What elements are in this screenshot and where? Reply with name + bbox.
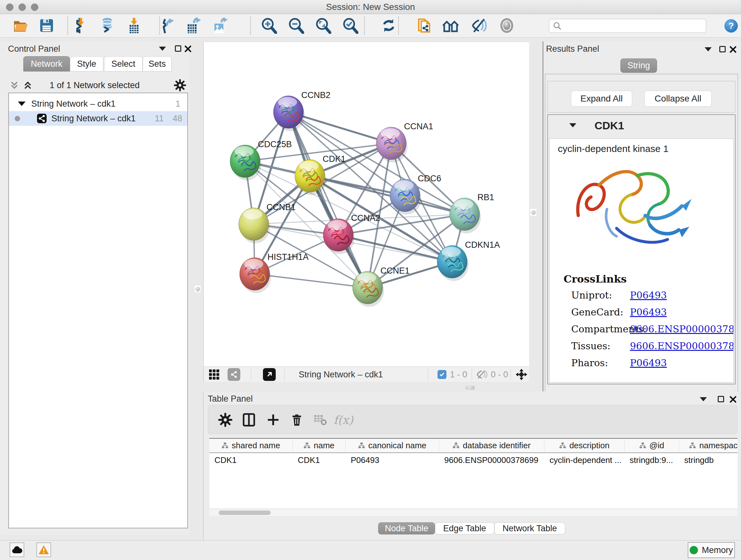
crosshair-move-icon[interactable] [515, 368, 528, 381]
tab-style[interactable]: Style [70, 56, 104, 71]
search-field[interactable] [549, 19, 706, 33]
table-gear-icon[interactable] [217, 412, 233, 428]
scrollbar-thumb[interactable] [219, 510, 271, 515]
network-node-RB1[interactable]: RB1 [450, 192, 494, 233]
delete-column-trash-icon[interactable] [288, 412, 305, 428]
birds-eye-view-icon[interactable] [263, 368, 276, 381]
column-header-namespace[interactable]: namespace [679, 439, 738, 452]
crosslink-link[interactable]: P06493 [630, 357, 667, 368]
column-header--id[interactable]: @id [624, 439, 679, 452]
panel-float-icon[interactable] [175, 45, 181, 52]
network-edge-CCNA2-CDKN1A[interactable] [338, 235, 452, 262]
network-options-gear-icon[interactable] [174, 79, 186, 91]
hidden-eye-slash-icon[interactable] [476, 370, 487, 379]
panel-menu-icon[interactable] [159, 47, 166, 51]
panel-close-icon[interactable] [730, 396, 737, 403]
column-header-database-identifier[interactable]: database identifier [439, 439, 544, 452]
crosslink-link[interactable]: 9606.ENSP00000378699 [630, 323, 734, 334]
toolbar-separator [284, 369, 285, 380]
function-builder-icon[interactable]: f(x) [335, 412, 352, 428]
home-icon[interactable] [442, 17, 459, 35]
tab-node-table[interactable]: Node Table [378, 522, 435, 535]
zoom-fit-icon[interactable] [315, 17, 332, 35]
table-row[interactable]: CDK1CDK1P064939606.ENSP00000378699cyclin… [209, 453, 738, 468]
table-horizontal-scrollbar[interactable] [209, 509, 738, 516]
table-cell[interactable]: CDK1 [209, 453, 293, 468]
tab-string[interactable]: String [620, 58, 657, 73]
table-cell[interactable]: stringdb [679, 453, 738, 468]
right-splitter-handle[interactable] [530, 208, 537, 216]
title-bar: Session: New Session [0, 0, 741, 14]
selected-checkbox-icon[interactable] [437, 370, 447, 379]
left-splitter-handle[interactable] [194, 285, 201, 293]
grid-view-icon[interactable] [208, 368, 220, 381]
save-session-icon[interactable] [38, 17, 55, 35]
search-input[interactable] [564, 21, 702, 31]
table-cell[interactable]: P06493 [346, 453, 439, 468]
cloud-icon[interactable] [10, 543, 24, 557]
node-label-RB1: RB1 [477, 192, 494, 202]
memory-button[interactable]: Memory [688, 542, 735, 558]
string-network-badge-icon[interactable] [227, 368, 240, 381]
crosslink-link[interactable]: P06493 [630, 290, 667, 301]
tab-sets[interactable]: Sets [143, 56, 172, 71]
tab-select[interactable]: Select [104, 56, 143, 71]
table-cell[interactable]: CDK1 [293, 453, 346, 468]
table-cell[interactable]: cyclin-dependent ... [544, 453, 624, 468]
panel-float-icon[interactable] [719, 46, 726, 52]
panel-menu-icon[interactable] [700, 397, 707, 401]
panel-close-icon[interactable] [185, 45, 192, 52]
crosslink-label: Uniprot: [571, 290, 612, 301]
network-row[interactable]: String Network – cdk1 11 48 [9, 111, 187, 126]
panel-float-icon[interactable] [718, 396, 724, 402]
open-session-icon[interactable] [13, 17, 29, 35]
collapse-all-button[interactable]: Collapse All [644, 91, 712, 107]
column-header-shared-name[interactable]: shared name [209, 439, 293, 452]
tree-expander-icon[interactable] [18, 102, 25, 106]
export-image-icon[interactable] [212, 17, 229, 35]
delete-table-icon[interactable] [312, 412, 329, 428]
crosslink-label: Tissues: [571, 340, 610, 352]
column-header-name[interactable]: name [293, 439, 346, 452]
import-network-database-icon[interactable] [99, 17, 116, 35]
export-table-icon[interactable] [186, 17, 202, 35]
node-label-CCNB1: CCNB1 [266, 202, 296, 212]
network-collection-row[interactable]: String Network – cdk1 1 [9, 97, 187, 111]
panel-close-icon[interactable] [730, 46, 737, 53]
tab-network[interactable]: Network [23, 56, 70, 71]
sphere-view-icon[interactable] [498, 17, 515, 35]
help-icon[interactable]: ? [724, 19, 738, 33]
table-cell[interactable]: 9606.ENSP00000378699 [439, 453, 544, 468]
tab-network-table[interactable]: Network Table [494, 522, 565, 535]
node-table: shared namenamecanonical namedatabase id… [209, 439, 738, 508]
horizontal-splitter-handle[interactable] [465, 386, 475, 390]
warning-icon[interactable] [37, 543, 51, 557]
network-node-CDC6[interactable]: CDC6 [390, 174, 441, 214]
splitter-dot-icon [195, 287, 200, 292]
network-edge-HIST1H1A-CCNE1[interactable] [255, 274, 367, 288]
crosslink-link[interactable]: 9606.ENSP00000378699 [630, 340, 734, 352]
zoom-out-icon[interactable] [288, 17, 305, 35]
import-table-file-icon[interactable] [126, 17, 142, 35]
protein-collapse-icon[interactable] [569, 123, 576, 127]
show-columns-icon[interactable] [241, 412, 257, 428]
column-header-canonical-name[interactable]: canonical name [346, 439, 439, 452]
toolbar-separator [250, 17, 251, 35]
clone-network-icon[interactable] [416, 17, 433, 35]
import-network-file-icon[interactable] [72, 17, 89, 35]
expand-all-button[interactable]: Expand All [571, 91, 632, 107]
create-column-icon[interactable] [265, 412, 281, 428]
network-node-CDKN1A[interactable]: CDKN1A [437, 240, 500, 281]
export-network-icon[interactable] [160, 17, 177, 35]
refresh-icon[interactable] [381, 17, 397, 35]
network-node-HIST1H1A[interactable]: HIST1H1A [240, 252, 309, 293]
show-hide-panel-icon[interactable] [471, 17, 487, 35]
zoom-in-icon[interactable] [261, 17, 277, 35]
column-header-description[interactable]: description [544, 439, 624, 452]
panel-menu-icon[interactable] [704, 47, 712, 51]
tab-edge-table[interactable]: Edge Table [435, 522, 494, 535]
crosslink-link[interactable]: P06493 [630, 307, 667, 318]
zoom-selected-icon[interactable] [342, 17, 359, 35]
table-cell[interactable]: stringdb:9... [624, 453, 679, 468]
network-view-canvas[interactable]: CCNB2CCNA1CDC25BCDK1CDC6RB1CCNB1CCNA2CDK… [203, 42, 529, 367]
